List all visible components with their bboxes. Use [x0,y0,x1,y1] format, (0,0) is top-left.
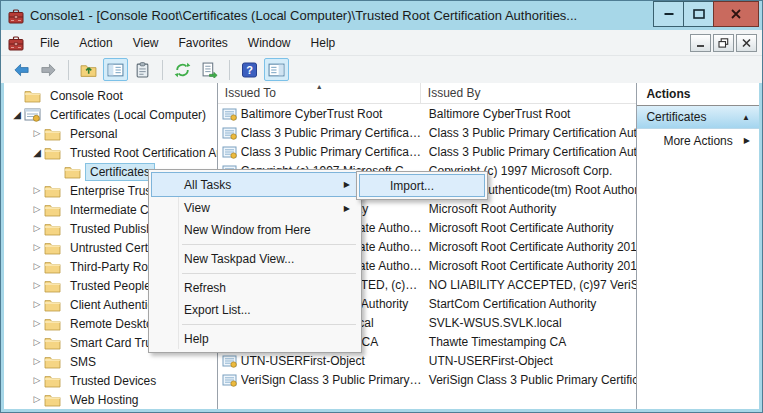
up-one-level-icon [80,62,97,78]
expand-arrow-icon[interactable]: ▷ [30,181,44,200]
expand-arrow-icon[interactable]: ▷ [30,352,44,371]
tree-item-certificates-local-computer[interactable]: ◢Certificates (Local Computer) [4,105,217,124]
title-bar: Console1 - [Console Root\Certificates (L… [1,1,762,30]
folder-icon [44,317,61,331]
issued-by-cell: Microsoft Root Certificate Authority 201… [422,240,637,254]
forward-icon [40,62,57,78]
context-menu-item-refresh[interactable]: Refresh [151,277,359,299]
expand-arrow-icon[interactable]: ▷ [30,257,44,276]
child-restore-button[interactable] [713,34,734,52]
submenu-arrow-icon: ▶ [344,180,350,189]
context-menu-item-export-list[interactable]: Export List... [151,299,359,321]
console-icon [8,8,24,24]
context-menu-item-new-window-from-here[interactable]: New Window from Here [151,219,359,241]
expand-arrow-icon[interactable]: ▷ [30,371,44,390]
expand-arrow-icon[interactable]: ▷ [30,333,44,352]
forward-button[interactable] [36,58,61,81]
folder-icon [44,184,61,198]
expand-arrow-icon[interactable]: ▷ [30,124,44,143]
collapse-arrow-icon[interactable]: ◢ [10,105,24,124]
collapse-arrow-icon[interactable]: ◢ [30,143,44,162]
table-row[interactable]: UTN-USERFirst-ObjectUTN-USERFirst-Object [218,351,637,370]
expand-arrow-icon[interactable]: ▷ [30,238,44,257]
context-menu: All Tasks▶View▶New Window from HereNew T… [148,169,362,353]
folder-icon [44,279,61,293]
expand-arrow-icon[interactable]: ▷ [30,314,44,333]
tree-item-trusted-root-certification-authorities[interactable]: ◢Trusted Root Certification Authorities [4,143,217,162]
submenu-item-import[interactable]: Import... [359,174,485,197]
expand-arrow-icon[interactable]: ▷ [30,200,44,219]
folder-icon [44,146,61,160]
expand-arrow-icon[interactable]: ▷ [30,390,44,409]
window-controls [654,1,759,27]
menu-view[interactable]: View [123,30,169,55]
certificate-icon [222,354,238,368]
folder-icon [64,165,81,179]
tree-item-label: Trusted People [65,277,156,295]
issued-by-cell: SVLK-WSUS.SVLK.local [422,316,637,330]
help-button[interactable]: ? [237,58,262,81]
tree-item-label: Trusted Devices [65,372,161,390]
show-console-tree-button[interactable] [103,58,128,81]
minimize-button[interactable] [653,1,684,27]
more-actions-item[interactable]: More Actions ▶ [637,129,759,152]
folder-icon [44,336,61,350]
maximize-button[interactable] [683,1,714,27]
certificate-icon [222,145,238,159]
tree-item-console-root[interactable]: Console Root [4,86,217,105]
export-list-icon [201,62,218,78]
context-menu-item-help[interactable]: Help [151,328,359,350]
tree-item-sms[interactable]: ▷SMS [4,352,217,371]
submenu-arrow-icon: ▶ [344,204,350,213]
expand-arrow-icon[interactable]: ▷ [30,276,44,295]
certificate-icon [222,373,238,387]
close-button[interactable] [713,1,759,27]
context-menu-item-label: Export List... [184,303,251,317]
actions-pane-title: Actions [637,83,759,106]
tree-item-trusted-devices[interactable]: ▷Trusted Devices [4,371,217,390]
table-row[interactable]: VeriSign Class 3 Public Primary Certific… [218,370,637,389]
menu-favorites[interactable]: Favorites [169,30,238,55]
tree-item-personal[interactable]: ▷Personal [4,124,217,143]
collapse-section-icon[interactable]: ▲ [742,113,750,122]
more-actions-arrow-icon: ▶ [744,136,750,145]
back-button[interactable] [9,58,34,81]
table-row[interactable]: Class 3 Public Primary Certification Aut… [218,142,637,161]
tree-item-web-hosting[interactable]: ▷Web Hosting [4,390,217,409]
issued-by-cell: Class 3 Public Primary Certification Aut… [422,126,637,140]
folder-icon [44,298,61,312]
context-menu-item-label: New Window from Here [184,223,311,237]
table-row[interactable]: Baltimore CyberTrust RootBaltimore Cyber… [218,104,637,123]
content-area: Console Root◢Certificates (Local Compute… [4,83,759,409]
child-close-button[interactable] [736,34,757,52]
context-menu-item-new-taskpad-view[interactable]: New Taskpad View... [151,248,359,270]
toolbar-separator [68,60,69,80]
refresh-icon [174,62,191,78]
export-list-button[interactable] [197,58,222,81]
context-menu-item-view[interactable]: View▶ [151,197,359,219]
column-header-issued-by[interactable]: Issued By [421,83,637,103]
table-row[interactable]: Class 3 Public Primary Certification Aut… [218,123,637,142]
up-one-level-button[interactable] [76,58,101,81]
issued-by-cell: UTN-USERFirst-Object [422,354,637,368]
menu-action[interactable]: Action [69,30,122,55]
menu-items: FileActionViewFavoritesWindowHelp [30,30,345,55]
expand-arrow-icon[interactable]: ▷ [30,295,44,314]
expand-arrow-icon[interactable]: ▷ [30,219,44,238]
toolbar-separator [162,60,163,80]
issued-by-cell: Microsoft Root Certificate Authority [422,221,637,235]
menu-help[interactable]: Help [301,30,346,55]
show-action-pane-button[interactable] [264,58,289,81]
child-minimize-button[interactable] [690,34,711,52]
context-menu-item-all-tasks[interactable]: All Tasks▶ [151,172,359,197]
properties-button[interactable] [130,58,155,81]
issued-by-label: Issued By [428,86,481,100]
menu-file[interactable]: File [30,30,69,55]
refresh-button[interactable] [170,58,195,81]
tree-item-label: Web Hosting [65,391,143,409]
folder-icon [24,89,41,103]
actions-section-certificates[interactable]: Certificates ▲ [637,106,759,129]
menu-window[interactable]: Window [238,30,301,55]
column-header-issued-to[interactable]: Issued To ▲ [218,83,421,103]
tree-item-label: Certificates [85,163,155,181]
